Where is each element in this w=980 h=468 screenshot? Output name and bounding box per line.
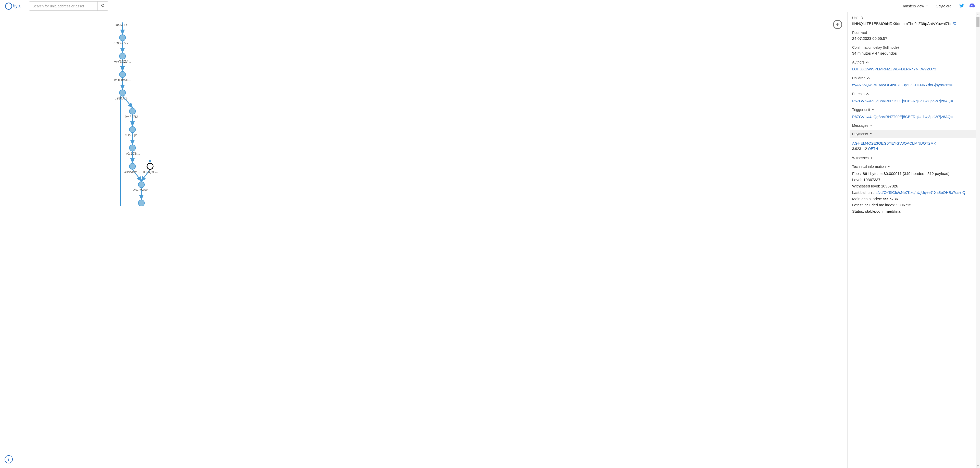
- parents-label: Parents: [852, 91, 864, 97]
- tech-limci: Latest included mc index: 9996715: [852, 202, 975, 208]
- details-panel: Unit ID IIHHQkLTE1EBMObNRX9dnmmTbe9sZ39p…: [847, 12, 980, 468]
- tech-header[interactable]: Technical information: [852, 164, 975, 169]
- witnesses-label: Witnesses: [852, 155, 869, 160]
- dag-node[interactable]: [138, 182, 145, 188]
- dag-node[interactable]: [119, 90, 126, 96]
- witnesses-header[interactable]: Witnesses: [852, 155, 975, 160]
- tech-label: Technical information: [852, 164, 886, 169]
- transfers-view-link[interactable]: Transfers view: [901, 4, 928, 8]
- dag-node[interactable]: [119, 53, 126, 59]
- tech-fees: Fees: 861 bytes ≈ $0.000011 (349 headers…: [852, 171, 975, 176]
- scrollbar-thumb[interactable]: [977, 17, 980, 27]
- payment-amount: 3.923112: [852, 147, 867, 151]
- dag-node-label: nKz96Sr...: [125, 151, 140, 155]
- payment-asset-link[interactable]: OETH: [868, 147, 878, 151]
- dag-node-label: fDpL8jx...: [126, 133, 140, 137]
- dag-node-label: keJvFD...: [116, 23, 130, 27]
- unit-id-value: IIHHQkLTE1EBMObNRX9dnmmTbe9sZ39pAatVYuwn…: [852, 21, 951, 27]
- dag-node-label: P67GVnw...: [133, 188, 150, 192]
- dag-node[interactable]: [147, 163, 153, 169]
- arrow-up-icon: [835, 22, 840, 27]
- unit-id-field: Unit ID IIHHQkLTE1EBMObNRX9dnmmTbe9sZ39p…: [852, 15, 975, 27]
- tech-section: Technical information Fees: 861 bytes ≈ …: [852, 164, 975, 214]
- dag-node[interactable]: [129, 127, 135, 133]
- copy-unit-id-button[interactable]: [953, 21, 956, 26]
- svg-point-0: [102, 4, 104, 6]
- dag-node-label: p980JvS...: [115, 97, 130, 100]
- header: byte Transfers view Obyte.org: [0, 0, 980, 12]
- dag-node-label: 4wlFERJ...: [124, 115, 141, 119]
- social-links: [959, 3, 975, 9]
- dag-node[interactable]: [119, 71, 126, 78]
- tech-mci: Main chain index: 9996736: [852, 196, 975, 202]
- dag-graph: keJvFD...dOOvC2Z...AvY3DZA...wDErtW0...p…: [0, 12, 847, 468]
- tech-last-ball: Last ball unit: zNd/OY5lCIc/sNe7Kxq/nUjU…: [852, 190, 975, 195]
- discord-link[interactable]: [969, 3, 975, 9]
- dag-node-label: IIHHQkL...: [142, 170, 158, 174]
- payments-header[interactable]: Payments: [850, 130, 978, 138]
- scrollbar-down-icon[interactable]: ▼: [976, 464, 980, 468]
- search-input[interactable]: [29, 2, 97, 10]
- trigger-section: Trigger unit P67GVnw4cQg3hVRN7T90Ej5CBFR…: [852, 107, 975, 119]
- payment-row: AGHEM4Q2E3OEG6YEYGVJQACLMNDQT2MK 3.92311…: [852, 140, 975, 152]
- dag-node-label: U4aSBw2...: [124, 170, 142, 174]
- obyte-org-label: Obyte.org: [936, 4, 951, 8]
- children-header[interactable]: Children: [852, 76, 975, 81]
- info-icon: i: [8, 457, 9, 462]
- messages-label: Messages: [852, 123, 869, 128]
- received-label: Received: [852, 30, 975, 35]
- logo-text: byte: [13, 3, 21, 9]
- confirmation-label: Confirmation delay (full node): [852, 45, 975, 50]
- logo[interactable]: byte: [5, 3, 21, 10]
- messages-section: Messages Payments AGHEM4Q2E3OEG6YEYGVJQA…: [852, 123, 975, 152]
- search-button[interactable]: [97, 2, 108, 11]
- svg-line-1: [103, 6, 104, 7]
- scroll-top-button[interactable]: [833, 20, 842, 29]
- parents-header[interactable]: Parents: [852, 91, 975, 97]
- caret-up-icon: [887, 165, 890, 168]
- trigger-header[interactable]: Trigger unit: [852, 107, 975, 112]
- payments-label: Payments: [852, 131, 868, 136]
- last-ball-link[interactable]: zNd/OY5lCIc/sNe7Kxq/nUjUq+e7rXa8eOHBx7us…: [876, 190, 968, 195]
- twitter-link[interactable]: [959, 3, 964, 9]
- caret-up-icon: [866, 93, 869, 95]
- main-content: keJvFD...dOOvC2Z...AvY3DZA...wDErtW0...p…: [0, 12, 980, 468]
- dag-node-label: AvY3DZA...: [114, 60, 131, 63]
- logo-circle-icon: [5, 3, 12, 10]
- authors-section: Authors DJHSXSWWPLMRNZZWBFDLRR47NKW7ZU73: [852, 60, 975, 72]
- dag-node[interactable]: [119, 35, 126, 41]
- dag-node[interactable]: [138, 200, 145, 206]
- confirmation-field: Confirmation delay (full node) 34 minuto…: [852, 45, 975, 56]
- twitter-icon: [959, 3, 964, 8]
- messages-header[interactable]: Messages: [852, 123, 975, 128]
- nav-links: Transfers view Obyte.org: [901, 4, 951, 8]
- unit-id-label: Unit ID: [852, 15, 975, 21]
- parent-link[interactable]: P67GVnw4cQg3hVRN7T90Ej5CBFRqUa1wj3pcW7jz…: [852, 98, 975, 104]
- dag-node[interactable]: [129, 108, 135, 114]
- received-field: Received 24.07.2023 00:55:57: [852, 30, 975, 41]
- dag-area[interactable]: keJvFD...dOOvC2Z...AvY3DZA...wDErtW0...p…: [0, 12, 847, 468]
- info-button[interactable]: i: [5, 455, 13, 463]
- scrollbar[interactable]: ▲ ▼: [976, 12, 980, 468]
- scrollbar-up-icon[interactable]: ▲: [976, 12, 980, 16]
- caret-right-icon: [870, 157, 873, 159]
- dag-node[interactable]: [129, 163, 135, 169]
- author-link[interactable]: DJHSXSWWPLMRNZZWBFDLRR47NKW7ZU73: [852, 66, 975, 72]
- confirmation-value: 34 minutos y 47 segundos: [852, 51, 975, 56]
- payment-address-link[interactable]: AGHEM4Q2E3OEG6YEYGVJQACLMNDQT2MK: [852, 141, 975, 146]
- tech-status: Status: stable/confirmed/final: [852, 209, 975, 214]
- caret-up-icon: [872, 108, 874, 111]
- caret-up-icon: [870, 124, 873, 127]
- caret-up-icon: [870, 132, 872, 135]
- obyte-org-link[interactable]: Obyte.org: [936, 4, 951, 8]
- search-icon: [101, 3, 105, 8]
- tech-level: Level: 10367337: [852, 177, 975, 182]
- trigger-link[interactable]: P67GVnw4cQg3hVRN7T90Ej5CBFRqUa1wj3pcW7jz…: [852, 114, 975, 120]
- tech-witnessed-level: Witnessed level: 10367326: [852, 183, 975, 189]
- child-link[interactable]: 5yANn6QwFcUAVyOGtwPxE+qdua+HFNKYdxGjnyo5…: [852, 82, 975, 88]
- caret-up-icon: [867, 77, 870, 79]
- caret-down-icon: [926, 5, 928, 7]
- dag-node[interactable]: [129, 145, 135, 151]
- children-label: Children: [852, 76, 865, 81]
- authors-header[interactable]: Authors: [852, 60, 975, 65]
